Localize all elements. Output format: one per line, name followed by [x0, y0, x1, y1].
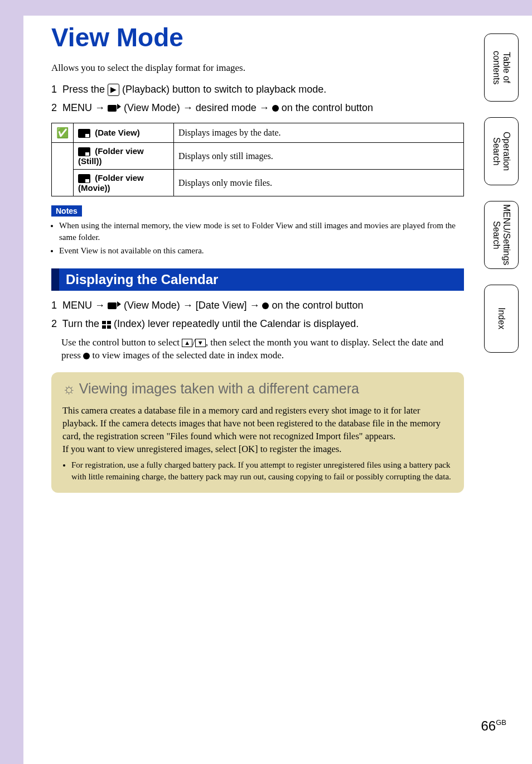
table-row: (Folder view (Movie)) Displays only movi…	[52, 170, 464, 196]
mode-desc: Displays only still images.	[174, 143, 464, 170]
lightbulb-icon: ☼	[62, 380, 76, 397]
note-item: Event View is not available on this came…	[59, 245, 464, 256]
view-mode-icon	[108, 104, 121, 113]
mode-label: (Folder view (Movie))	[74, 170, 174, 196]
cal-step-2: 2 Turn the (Index) lever repeatedly unti…	[51, 317, 464, 331]
control-dot-icon	[83, 353, 90, 359]
notes-list: When using the internal memory, the view…	[59, 220, 464, 256]
mode-label: (Folder view (Still))	[74, 143, 174, 170]
check-cell	[52, 143, 74, 196]
view-mode-table: ✅ (Date View) Displays images by the dat…	[51, 123, 464, 196]
left-accent-band	[0, 0, 23, 764]
tab-menu-settings-search[interactable]: MENU/Settings Search	[484, 201, 519, 269]
control-dot-icon	[262, 302, 269, 309]
note-item: When using the internal memory, the view…	[59, 220, 464, 243]
table-row: ✅ (Date View) Displays images by the dat…	[52, 123, 464, 143]
control-dot-icon	[272, 105, 279, 112]
playback-icon: ▶	[108, 84, 119, 96]
mode-desc: Displays only movie files.	[174, 170, 464, 196]
folder-still-icon	[78, 147, 90, 156]
folder-movie-icon	[78, 174, 90, 183]
notes-badge: Notes	[51, 205, 82, 217]
table-row: (Folder view (Still)) Displays only stil…	[52, 143, 464, 170]
side-tabs: Table of contents Operation Search MENU/…	[484, 33, 519, 368]
top-accent-band	[0, 0, 532, 16]
tab-operation-search[interactable]: Operation Search	[484, 117, 519, 185]
date-view-icon	[78, 129, 90, 138]
step-2: 2 MENU → (View Mode) → desired mode → on…	[51, 101, 464, 115]
page-number: 66GB	[481, 718, 507, 734]
up-key-icon: ▲	[182, 339, 192, 347]
down-key-icon: ▼	[195, 339, 206, 347]
view-mode-icon	[108, 301, 121, 310]
intro-text: Allows you to select the display format …	[51, 63, 464, 74]
check-cell: ✅	[52, 123, 74, 143]
tab-index[interactable]: Index	[484, 285, 519, 353]
section-heading: Displaying the Calendar	[51, 268, 464, 291]
mode-desc: Displays images by the date.	[174, 123, 464, 143]
mode-label: (Date View)	[74, 123, 174, 143]
page-title: View Mode	[51, 22, 464, 52]
tab-table-of-contents[interactable]: Table of contents	[484, 33, 519, 102]
cal-step-1: 1 MENU → (View Mode) → [Date View] → on …	[51, 299, 464, 313]
step-1: 1 Press the ▶ (Playback) button to switc…	[51, 83, 464, 97]
index-icon	[102, 321, 111, 329]
cal-step-2-body: Use the control button to select ▲/▼, th…	[61, 336, 464, 363]
tip-bullet: For registration, use a fully charged ba…	[71, 459, 453, 483]
tip-title: ☼ Viewing images taken with a different …	[62, 380, 453, 397]
page-content: View Mode Allows you to select the displ…	[51, 22, 464, 493]
tip-panel: ☼ Viewing images taken with a different …	[51, 372, 464, 492]
tip-body: This camera creates a database file in a…	[62, 404, 453, 482]
